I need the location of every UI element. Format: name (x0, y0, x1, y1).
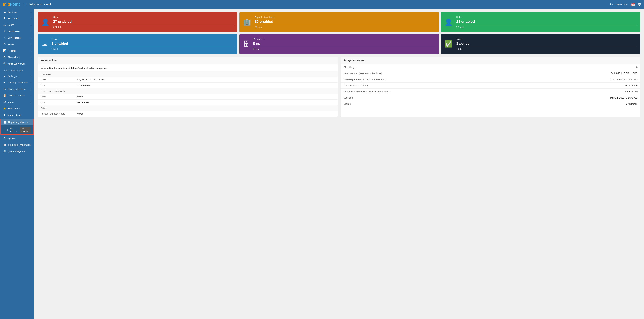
chevron-icon: ‹ (30, 75, 31, 77)
sidebar-item-import-object[interactable]: ⬆ Import object (0, 112, 34, 118)
internals-icon: ▦ (3, 143, 6, 146)
chevron-icon: ‹ (30, 17, 31, 20)
system-status-header: ⚙ System status (340, 57, 640, 64)
sidebar-item-repository-objects[interactable]: 📄 Repository objects ▾ (1, 119, 34, 125)
login-date-label: Date (41, 78, 77, 81)
threads-value: 48 / 48 / 326 (624, 84, 638, 87)
last-unsuccessful-section: Last unsuccessful login (38, 88, 338, 94)
main-layout: ☁ Services ‹ 🗄 Resources ‹ ⚖ Cases ‹ ✳ C… (0, 9, 644, 319)
non-heap-label: Non heap memory (used/committed/max) (344, 78, 611, 81)
chevron-icon: ‹ (30, 56, 31, 58)
simulations-icon: ⚙ (3, 56, 6, 58)
heap-value: 646.3MB / 1.7GB / 4.0GB (611, 72, 638, 75)
threads-label: Threads (live/peak/total) (344, 84, 624, 87)
login-from-row: From 0:0:0:0:0:0:0:1 (38, 82, 338, 88)
threads-row: Threads (live/peak/total) 48 / 48 / 326 (340, 82, 640, 89)
sidebar-item-reports[interactable]: 📊 Reports ‹ (0, 48, 34, 54)
services-value: 1 enabled (52, 42, 234, 46)
sidebar-item-archetypes[interactable]: ▲ Archetypes ‹ (0, 73, 34, 79)
sidebar-label-bulk-actions: Bulk actions (8, 107, 20, 110)
sidebar-item-simulations[interactable]: ⚙ Simulations ‹ (0, 54, 34, 60)
sidebar-item-audit-log[interactable]: 🔍 Audit Log Viewer (0, 60, 34, 67)
sidebar-item-resources[interactable]: 🗄 Resources ‹ (0, 15, 34, 22)
system-status-title: System status (347, 59, 364, 62)
sidebar-item-object-templates[interactable]: 📋 Object templates ‹ (0, 92, 34, 99)
resources-value: 0 up (253, 42, 435, 46)
non-heap-row: Non heap memory (used/committed/max) 206… (340, 76, 640, 82)
auth-sequence-title: Information for 'admin-gui-default' auth… (38, 64, 338, 71)
sidebar-subitem-all-objects[interactable]: ○ All objects All objects (1, 125, 34, 134)
uptime-label: Uptime (344, 102, 626, 105)
sidebar-item-message-templates[interactable]: ✉ Message templates ‹ (0, 79, 34, 86)
chevron-down-icon: ▾ (22, 70, 23, 72)
card-org-body: Organizational units 30 enabled 30 total (255, 16, 435, 28)
card-resources[interactable]: 🗄 Resources 0 up 0 total (240, 34, 439, 54)
sidebar-label-cases: Cases (8, 24, 14, 26)
repo-icon: 📄 (4, 121, 7, 124)
sidebar-item-system[interactable]: ⚙ System (0, 135, 34, 142)
chevron-icon: ‹ (30, 30, 31, 32)
non-heap-value: 206.8MB / 211.5MB / -1B (611, 78, 638, 81)
expiration-date-row: Account expiration date Never (38, 111, 338, 116)
menu-toggle-icon[interactable]: ☰ (24, 2, 26, 6)
header: midPoint ☰ Info dashboard ℹ Info dashboa… (0, 0, 644, 9)
card-users-body: Users 27 enabled 27 total (53, 16, 234, 28)
chevron-icon: ‹ (30, 94, 31, 96)
system-icon: ⚙ (3, 137, 6, 140)
chevron-icon: ‹ (30, 88, 31, 90)
sidebar-label-reports: Reports (8, 50, 16, 52)
all-objects-tooltip: All objects (20, 127, 30, 133)
card-tasks[interactable]: ✅ Tasks 3 active 4 total (441, 34, 640, 54)
card-roles-body: Roles 23 enabled 23 total (456, 16, 637, 28)
card-org-units[interactable]: 🏢 Organizational units 30 enabled 30 tot… (240, 12, 439, 32)
sidebar-item-nodes[interactable]: ⬡ Nodes ‹ (0, 41, 34, 48)
sidebar-item-query-playground[interactable]: 🔎 Query playground (0, 148, 34, 154)
sidebar-item-bulk-actions[interactable]: ⚡ Bulk actions (0, 105, 34, 112)
db-connections-row: DB connections (active/idle/waiting/tota… (340, 89, 640, 95)
card-users[interactable]: 👤 Users 27 enabled 27 total (38, 12, 237, 32)
card-services[interactable]: ☁ Services 1 enabled 1 total (38, 34, 237, 54)
info-icon: ℹ (610, 3, 611, 6)
resources-total: 0 total (253, 48, 435, 50)
logout-icon[interactable]: ⏻ (638, 2, 641, 6)
logo: midPoint (3, 2, 20, 7)
sidebar-item-certification[interactable]: ✳ Certification ‹ (0, 28, 34, 34)
resources-card-icon: 🗄 (243, 40, 250, 48)
card-roles[interactable]: 👤 Roles 23 enabled 23 total (441, 12, 640, 32)
roles-label: Roles (456, 16, 637, 18)
sidebar-item-server-tasks[interactable]: ≡ Server tasks ‹ (0, 34, 34, 41)
unsuccessful-date-row: Date Never (38, 94, 338, 100)
dashboard-cards: 👤 Users 27 enabled 27 total 🏢 Organizati… (38, 12, 640, 54)
sidebar-item-marks[interactable]: 🏷 Marks ‹ (0, 99, 34, 105)
sidebar-item-services[interactable]: ☁ Services ‹ (0, 9, 34, 15)
nodes-icon: ⬡ (3, 43, 6, 46)
system-status-icon: ⚙ (344, 59, 346, 62)
chevron-icon: ‹ (30, 101, 31, 103)
start-time-row: Start time May 24, 2023, 9:14:49 AM (340, 95, 640, 101)
users-total: 27 total (53, 26, 234, 28)
audit-icon: 🔍 (3, 62, 6, 65)
sidebar-label-repository-objects: Repository objects (8, 121, 28, 124)
sidebar: ☁ Services ‹ 🗄 Resources ‹ ⚖ Cases ‹ ✳ C… (0, 9, 34, 319)
org-total: 30 total (255, 26, 435, 28)
login-from-label: From (41, 84, 77, 87)
chevron-icon: ‹ (30, 11, 31, 13)
sidebar-label-certification: Certification (8, 30, 20, 33)
info-dashboard-nav[interactable]: ℹ Info dashboard (610, 3, 628, 6)
sidebar-item-object-collections[interactable]: 🗂 Object collections ‹ (0, 86, 34, 92)
chevron-icon: ‹ (30, 24, 31, 26)
reports-icon: 📊 (3, 49, 6, 52)
login-from-value: 0:0:0:0:0:0:0:1 (77, 84, 335, 87)
unsuccessful-date-label: Date (41, 95, 77, 98)
cpu-value: 0 (636, 66, 638, 68)
chevron-down-icon: ▾ (30, 121, 30, 123)
roles-value: 23 enabled (456, 20, 637, 24)
sidebar-label-import-object: Import object (8, 114, 21, 116)
chevron-icon: ‹ (30, 82, 31, 84)
language-flag[interactable]: 🇺🇸 (630, 2, 635, 6)
tasks-value: 3 active (456, 42, 637, 46)
chevron-icon: ‹ (30, 50, 31, 52)
sidebar-item-internals-config[interactable]: ▦ Internals configuration (0, 142, 34, 148)
sidebar-item-cases[interactable]: ⚖ Cases ‹ (0, 22, 34, 28)
circle-icon: ○ (6, 128, 8, 131)
